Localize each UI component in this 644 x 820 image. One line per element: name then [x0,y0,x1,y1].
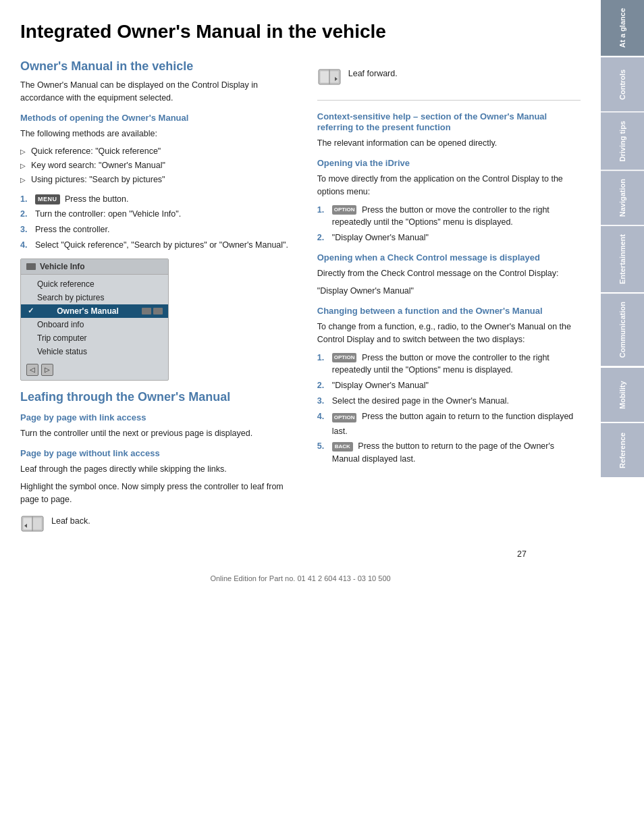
idrive-intro: To move directly from the application on… [317,173,581,198]
menu-item-onboard[interactable]: Onboard info [21,318,168,331]
icon1 [142,308,151,315]
leaf-back-label: Leaf back. [51,515,90,528]
changing-intro: To change from a function, e.g., radio, … [317,321,581,346]
methods-title: Methods of opening the Owner's Manual [20,113,297,124]
option-badge-2: OPTION [332,353,357,362]
page-no-link-text1: Leaf through the pages directly while sk… [20,463,297,476]
leaf-forward-row: Leaf forward. [317,65,581,89]
idrive-title: Opening via the iDrive [317,158,581,169]
svg-rect-6 [320,71,329,83]
sidebar: At a glance Controls Driving tips Naviga… [601,0,644,820]
steps-list: 1. MENU Press the button. 2. Turn the co… [20,193,297,252]
divider1 [317,100,581,101]
nav-left[interactable]: ◁ [26,364,38,376]
svg-rect-7 [329,71,339,83]
sidebar-tab-communication[interactable]: Communication [601,294,644,366]
check-text: "Display Owner's Manual" [317,285,581,298]
methods-intro: The following methods are available: [20,128,297,140]
icon2 [153,308,163,315]
vehicle-info-header: Vehicle Info [21,259,168,275]
leaf-forward-icon [317,65,342,89]
sidebar-tab-controls[interactable]: Controls [601,57,644,111]
check-intro: Directly from the Check Control message … [317,267,581,280]
sidebar-tab-mobility[interactable]: Mobility [601,368,644,422]
sidebar-tab-at-a-glance[interactable]: At a glance [601,0,644,56]
page-footer: Online Edition for Part no. 01 41 2 604 … [20,574,581,589]
vehicle-info-box-wrap: Vehicle Info Quick reference Search by p… [20,258,297,381]
page-no-link-title: Page by page without link access [20,448,297,460]
context-text: The relevant information can be opened d… [317,137,581,150]
context-title: Context-sensitive help – section of the … [317,111,581,134]
section-title-owners-manual: Owner's Manual in the vehicle [20,59,297,74]
vehicle-info-box: Vehicle Info Quick reference Search by p… [20,258,169,381]
option-badge-3: OPTION [332,413,357,422]
menu-item-trip[interactable]: Trip computer [21,331,168,345]
bullet-item: Quick reference: "Quick reference" [20,145,297,158]
menu-badge: MENU [35,194,60,205]
intro-text: The Owner's Manual can be displayed on t… [20,79,297,105]
idrive-steps: 1. OPTION Press the button or move the c… [317,204,581,244]
page-no-link-text2: Highlight the symbol once. Now simply pr… [20,481,297,506]
menu-item-quick-ref[interactable]: Quick reference [21,277,168,291]
leaf-forward-label: Leaf forward. [348,67,398,80]
changing-step-4: 4. OPTION Press the button again to retu… [317,410,581,438]
changing-step-3: 3. Select the desired page in the Owner'… [317,395,581,408]
changing-steps: 1. OPTION Press the button or move the c… [317,352,581,466]
changing-title: Changing between a function and the Owne… [317,306,581,317]
changing-step-2: 2. "Display Owner's Manual" [317,379,581,392]
page-number: 27 [517,549,527,559]
right-icons [142,308,163,315]
step-4: 4. Select "Quick reference", "Search by … [20,239,297,252]
leaf-back-icon [20,512,45,536]
leafing-title: Leafing through the Owner's Manual [20,390,297,405]
nav-right[interactable]: ▷ [41,364,53,376]
sidebar-tab-navigation[interactable]: Navigation [601,171,644,225]
changing-step-1: 1. OPTION Press the button or move the c… [317,352,581,377]
page-link-title: Page by page with link access [20,412,297,424]
sidebar-tab-reference[interactable]: Reference [601,423,644,477]
check-title: Opening when a Check Control message is … [317,252,581,264]
sidebar-tab-entertainment[interactable]: Entertainment [601,226,644,292]
page-link-text: Turn the controller until the next or pr… [20,427,297,440]
step-3: 3. Press the controller. [20,223,297,236]
idrive-step-2: 2. "Display Owner's Manual" [317,231,581,244]
menu-item-owners-manual[interactable]: Owner's Manual [21,304,168,318]
bullet-item: Using pictures: "Search by pictures" [20,173,297,186]
option-badge-1: OPTION [332,205,357,215]
menu-item-vehicle-status[interactable]: Vehicle status [21,345,168,358]
menu-item-search-pic[interactable]: Search by pictures [21,291,168,304]
changing-step-5: 5. BACK Press the button to return to th… [317,440,581,466]
svg-rect-1 [23,518,32,530]
page-title: Integrated Owner's Manual in the vehicle [20,20,581,43]
leaf-back-row: Leaf back. [20,512,297,536]
bullet-item: Key word search: "Owner's Manual" [20,159,297,172]
step-1: 1. MENU Press the button. [20,193,297,206]
back-badge: BACK [332,442,353,452]
step-2: 2. Turn the controller: open "Vehicle In… [20,208,297,221]
svg-rect-2 [32,518,42,530]
nav-arrows: ◁ ▷ [21,361,168,380]
sidebar-tab-driving-tips[interactable]: Driving tips [601,113,644,170]
vehicle-info-items: Quick reference Search by pictures Owner… [21,275,168,361]
idrive-step-1: 1. OPTION Press the button or move the c… [317,204,581,229]
methods-list: Quick reference: "Quick reference" Key w… [20,145,297,186]
